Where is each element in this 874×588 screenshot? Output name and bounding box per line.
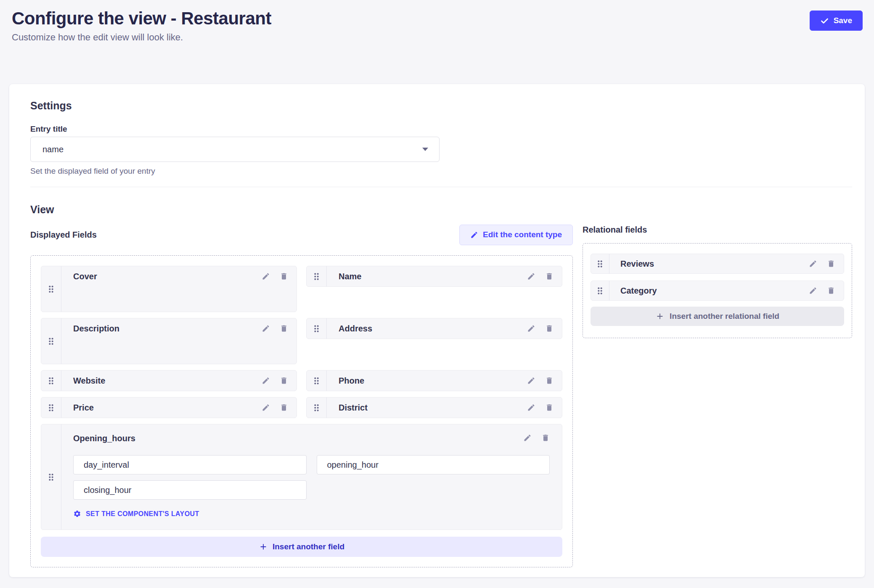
displayed-fields-column: Displayed Fields Edit the content type	[30, 224, 573, 567]
displayed-fields-header: Displayed Fields Edit the content type	[30, 224, 573, 245]
drag-handle[interactable]	[307, 318, 327, 339]
entry-title-label: Entry title	[30, 124, 852, 134]
drag-dots-icon	[48, 404, 54, 412]
component-label: Opening_hours	[73, 434, 135, 443]
delete-field-icon[interactable]	[280, 376, 288, 385]
settings-section-title: Settings	[30, 99, 852, 112]
edit-field-icon[interactable]	[527, 324, 535, 333]
chevron-down-icon	[422, 148, 428, 151]
insert-another-relational-field-button[interactable]: Insert another relational field	[591, 307, 844, 326]
set-component-layout-label: SET THE COMPONENT'S LAYOUT	[86, 510, 199, 518]
field-label: Cover	[73, 272, 97, 281]
plus-icon	[259, 542, 268, 551]
delete-field-icon[interactable]	[280, 403, 288, 412]
page-title: Configure the view - Restaurant	[12, 8, 862, 29]
delete-field-icon[interactable]	[827, 260, 835, 268]
relational-card-reviews[interactable]: Reviews	[591, 254, 844, 274]
field-label: Category	[620, 286, 657, 296]
relational-card-category[interactable]: Category	[591, 281, 844, 301]
drag-handle[interactable]	[41, 424, 61, 530]
field-label: Name	[339, 272, 361, 281]
delete-field-icon[interactable]	[827, 286, 835, 295]
page-header: Configure the view - Restaurant Customiz…	[0, 0, 874, 43]
edit-field-icon[interactable]	[262, 272, 270, 281]
save-button[interactable]: Save	[810, 11, 863, 31]
subfield-day-interval[interactable]: day_interval	[73, 455, 307, 474]
drag-handle[interactable]	[307, 266, 327, 286]
drag-handle[interactable]	[591, 281, 609, 300]
plus-icon	[655, 312, 665, 321]
drag-handle[interactable]	[591, 254, 609, 273]
edit-content-type-label: Edit the content type	[483, 230, 562, 239]
displayed-fields-label: Displayed Fields	[30, 230, 97, 240]
field-card-price[interactable]: Price	[41, 397, 297, 418]
drag-handle[interactable]	[41, 371, 61, 391]
insert-another-field-label: Insert another field	[273, 542, 344, 551]
edit-field-icon[interactable]	[527, 403, 535, 412]
field-card-website[interactable]: Website	[41, 370, 297, 391]
drag-handle[interactable]	[307, 397, 327, 418]
view-layout-grid: Displayed Fields Edit the content type	[30, 224, 852, 567]
delete-field-icon[interactable]	[280, 324, 288, 333]
insert-another-field-button[interactable]: Insert another field	[41, 537, 562, 557]
displayed-fields-dropzone: Cover	[30, 255, 573, 567]
field-label: Phone	[339, 376, 364, 386]
check-icon	[820, 16, 829, 25]
delete-field-icon[interactable]	[545, 403, 554, 412]
fields-row: Description	[41, 318, 562, 364]
drag-handle[interactable]	[41, 266, 61, 312]
delete-field-icon[interactable]	[280, 272, 288, 281]
field-card-description[interactable]: Description	[41, 318, 297, 364]
entry-title-select[interactable]: name	[30, 137, 440, 162]
drag-dots-icon	[48, 285, 54, 293]
drag-dots-icon	[597, 287, 603, 295]
fields-row: Cover	[41, 266, 562, 312]
relational-fields-column: Relational fields Reviews	[583, 224, 852, 338]
edit-field-icon[interactable]	[262, 403, 270, 412]
entry-title-selected-value: name	[42, 145, 64, 154]
relational-fields-title: Relational fields	[583, 225, 852, 235]
fields-row: Website	[41, 370, 562, 391]
edit-field-icon[interactable]	[527, 376, 535, 385]
configure-view-page: Configure the view - Restaurant Customiz…	[0, 0, 874, 588]
field-card-district[interactable]: District	[306, 397, 562, 418]
delete-field-icon[interactable]	[545, 272, 554, 281]
edit-field-icon[interactable]	[809, 260, 817, 268]
subfield-opening-hour[interactable]: opening_hour	[317, 455, 550, 474]
edit-field-icon[interactable]	[809, 286, 817, 295]
delete-field-icon[interactable]	[541, 434, 550, 442]
drag-handle[interactable]	[41, 318, 61, 364]
delete-field-icon[interactable]	[545, 324, 554, 333]
drag-dots-icon	[48, 473, 54, 481]
field-card-cover[interactable]: Cover	[41, 266, 297, 312]
field-card-name[interactable]: Name	[306, 266, 562, 287]
field-card-address[interactable]: Address	[306, 318, 562, 339]
component-subfields: day_interval opening_hour closing_hour	[73, 455, 550, 500]
drag-dots-icon	[314, 377, 319, 385]
component-card-opening-hours[interactable]: Opening_hours day_interval opening_hour	[41, 424, 562, 530]
edit-field-icon[interactable]	[262, 376, 270, 385]
drag-dots-icon	[48, 337, 54, 345]
section-divider	[30, 187, 852, 187]
fields-row: Price	[41, 397, 562, 418]
drag-dots-icon	[314, 273, 319, 281]
drag-handle[interactable]	[307, 371, 327, 391]
drag-handle[interactable]	[41, 397, 61, 418]
drag-dots-icon	[597, 260, 603, 268]
page-subtitle: Customize how the edit view will look li…	[12, 32, 862, 43]
subfield-closing-hour[interactable]: closing_hour	[73, 480, 307, 500]
field-label: Reviews	[620, 259, 654, 269]
edit-field-icon[interactable]	[523, 434, 532, 442]
field-label: Address	[339, 324, 372, 334]
field-label: Description	[73, 324, 119, 334]
save-button-label: Save	[834, 16, 852, 25]
edit-content-type-button[interactable]: Edit the content type	[459, 225, 573, 245]
field-card-phone[interactable]: Phone	[306, 370, 562, 391]
field-label: Price	[73, 403, 94, 413]
field-label: District	[339, 403, 368, 413]
edit-field-icon[interactable]	[527, 272, 535, 281]
view-section-title: View	[30, 203, 852, 216]
delete-field-icon[interactable]	[545, 376, 554, 385]
set-component-layout-button[interactable]: SET THE COMPONENT'S LAYOUT	[73, 510, 199, 518]
edit-field-icon[interactable]	[262, 324, 270, 333]
